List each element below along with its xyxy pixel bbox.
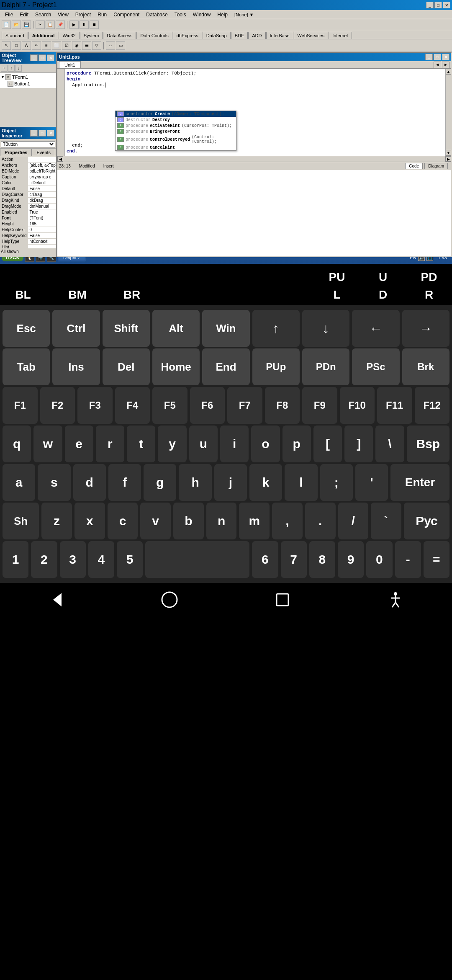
status-tab-diagram[interactable]: Diagram — [424, 163, 448, 169]
key-bl[interactable]: BL — [13, 288, 33, 302]
palette-tab-dbexpress[interactable]: dbExpress — [173, 32, 202, 39]
key-slash[interactable]: / — [338, 503, 369, 539]
key-backtick[interactable]: ` — [371, 503, 401, 539]
close-button[interactable]: ✕ — [443, 2, 450, 8]
tree-expand-form[interactable]: ▼ — [1, 75, 5, 79]
key-pu[interactable]: PU — [326, 271, 347, 284]
key-bm[interactable]: BM — [67, 288, 88, 302]
tool-cut[interactable]: ✂ — [36, 21, 45, 29]
tab-events[interactable]: Events — [32, 149, 55, 156]
palette-tab-dataaccess[interactable]: Data Access — [103, 32, 136, 39]
horizontal-scrollbar[interactable]: ◀ ▶ — [57, 156, 451, 162]
key-bracket-left[interactable]: [ — [313, 426, 342, 462]
key-backslash[interactable]: \ — [375, 426, 404, 462]
tool-form[interactable]: □ — [12, 41, 21, 50]
key-f10[interactable]: F10 — [340, 387, 375, 424]
tool-stop[interactable]: ⏹ — [90, 21, 99, 29]
editor-restore[interactable]: □ — [434, 54, 441, 60]
nav-recents-button[interactable] — [262, 587, 303, 612]
key-l[interactable]: L — [326, 288, 347, 302]
tool-new[interactable]: 📄 — [2, 21, 11, 29]
nav-home-button[interactable] — [149, 587, 190, 612]
scroll-down[interactable]: ▼ — [446, 150, 451, 156]
nav-accessibility-button[interactable] — [375, 587, 416, 612]
palette-tab-webservices[interactable]: WebServices — [294, 32, 329, 39]
key-win[interactable]: Win — [202, 310, 249, 347]
tree-minimize[interactable]: _ — [30, 54, 38, 61]
key-brk[interactable]: Brk — [402, 348, 449, 385]
key-o[interactable]: o — [251, 426, 280, 462]
key-n[interactable]: n — [206, 503, 237, 539]
ac-item-activatehint[interactable]: P procedure ActivateHint(CursorPos: TPoi… — [116, 123, 236, 129]
palette-tab-additional[interactable]: Additional — [28, 32, 59, 39]
inspector-maximize[interactable]: □ — [39, 130, 46, 137]
key-r[interactable]: r — [96, 426, 124, 462]
code-editor[interactable]: procedure TForm1.Button1Click(Sender: TO… — [65, 69, 445, 156]
ac-item-controldestroyed[interactable]: P procedure ControlDestroyed(Control: TC… — [116, 134, 236, 144]
scroll-up[interactable]: ▲ — [446, 69, 451, 75]
key-y[interactable]: y — [158, 426, 186, 462]
key-4[interactable]: 4 — [88, 541, 114, 578]
menu-edit[interactable]: Edit — [16, 11, 32, 18]
menu-component[interactable]: Component — [110, 11, 143, 18]
key-f8[interactable]: F8 — [265, 387, 300, 424]
key-comma[interactable]: , — [272, 503, 303, 539]
key-5[interactable]: 5 — [117, 541, 143, 578]
key-e[interactable]: e — [65, 426, 93, 462]
list-item[interactable]: ▼ F TForm1 — [1, 74, 55, 80]
key-h[interactable]: h — [179, 464, 211, 501]
key-f5[interactable]: F5 — [152, 387, 187, 424]
tree-btn2[interactable]: ↑ — [8, 65, 15, 72]
inspector-object-dropdown[interactable]: TButton — [1, 141, 55, 147]
tool-save[interactable]: 💾 — [22, 21, 31, 29]
tool-radio[interactable]: ◉ — [72, 41, 81, 50]
palette-tab-datasnap[interactable]: DataSnap — [203, 32, 231, 39]
key-f1[interactable]: F1 — [3, 387, 38, 424]
key-space[interactable] — [145, 541, 249, 578]
tool-button[interactable]: ⬜ — [52, 41, 61, 50]
tool-memo[interactable]: ≡ — [42, 41, 51, 50]
palette-tab-bde[interactable]: BDE — [231, 32, 248, 39]
scroll-track[interactable] — [446, 75, 451, 150]
nav-back-button[interactable] — [36, 587, 77, 612]
tool-groupbox[interactable]: ▭ — [116, 41, 125, 50]
key-v[interactable]: v — [140, 503, 171, 539]
menu-tools[interactable]: Tools — [171, 11, 190, 18]
tree-btn1[interactable]: + — [1, 65, 8, 72]
key-equals[interactable]: = — [424, 541, 449, 578]
key-f4[interactable]: F4 — [115, 387, 150, 424]
key-j[interactable]: j — [214, 464, 247, 501]
tool-copy[interactable]: 📋 — [46, 21, 55, 29]
key-6[interactable]: 6 — [252, 541, 278, 578]
menu-view[interactable]: View — [54, 11, 72, 18]
key-a[interactable]: a — [3, 464, 35, 501]
vertical-scrollbar[interactable]: ▲ ▼ — [445, 69, 451, 156]
key-r[interactable]: R — [419, 288, 439, 302]
tool-pause[interactable]: ⏸ — [80, 21, 89, 29]
key-t[interactable]: t — [127, 426, 155, 462]
menu-project[interactable]: Project — [72, 11, 94, 18]
editor-close[interactable]: ✕ — [442, 54, 449, 60]
key-f7[interactable]: F7 — [227, 387, 262, 424]
key-f11[interactable]: F11 — [377, 387, 412, 424]
palette-tab-system[interactable]: System — [80, 32, 103, 39]
palette-tab-internet[interactable]: Internet — [329, 32, 352, 39]
tree-close[interactable]: ✕ — [47, 54, 54, 61]
key-u[interactable]: U — [372, 271, 393, 284]
key-rus[interactable]: Рус — [404, 503, 449, 539]
tool-paste[interactable]: 📌 — [56, 21, 65, 29]
palette-tab-standard[interactable]: Standard — [2, 32, 28, 39]
menu-search[interactable]: Search — [32, 11, 54, 18]
key-8[interactable]: 8 — [309, 541, 335, 578]
key-3[interactable]: 3 — [60, 541, 86, 578]
key-arrow-down[interactable]: ↓ — [302, 310, 349, 347]
key-br[interactable]: BR — [121, 288, 142, 302]
key-b[interactable]: b — [173, 503, 204, 539]
menu-window[interactable]: Window — [190, 11, 214, 18]
palette-tab-datacontrols[interactable]: Data Controls — [136, 32, 172, 39]
key-home[interactable]: Home — [152, 348, 200, 385]
key-u[interactable]: u — [189, 426, 218, 462]
scroll-left[interactable]: ◀ — [57, 156, 63, 162]
tree-maximize[interactable]: □ — [39, 54, 46, 61]
key-shift[interactable]: Shift — [103, 310, 150, 347]
